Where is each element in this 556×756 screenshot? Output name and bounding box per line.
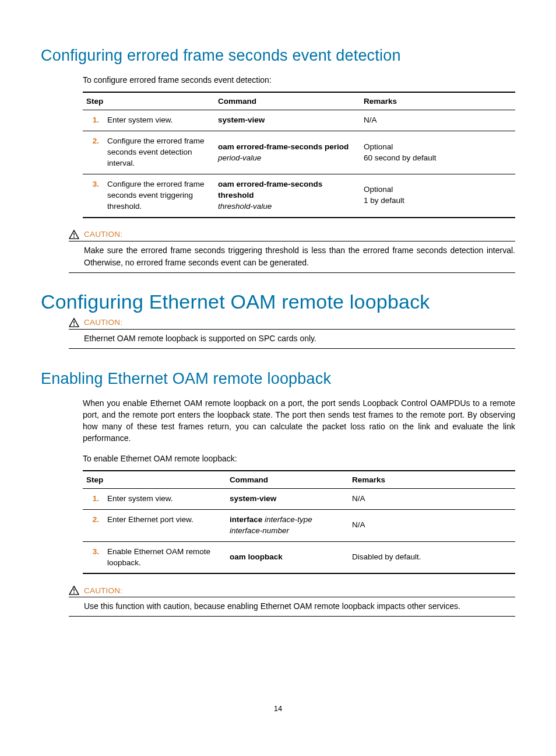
step-remarks: N/A xyxy=(349,489,515,510)
caution-text: Make sure the errored frame seconds trig… xyxy=(69,244,515,273)
table-row: 3. Enable Ethernet OAM remote loopback. … xyxy=(83,541,515,573)
warning-icon xyxy=(69,318,79,327)
warning-icon xyxy=(69,230,79,239)
step-remarks: N/A xyxy=(360,110,515,131)
step-command: oam errored-frame-seconds period period-… xyxy=(214,131,360,174)
step-desc: Configure the errored frame seconds even… xyxy=(104,174,214,217)
th-command: Command xyxy=(226,471,349,489)
table-header-row: Step Command Remarks xyxy=(83,471,515,489)
caution-text: Ethernet OAM remote loopback is supporte… xyxy=(69,332,515,349)
step-desc: Configure the errored frame seconds even… xyxy=(104,131,214,174)
heading-sec2: Configuring Ethernet OAM remote loopback xyxy=(41,290,515,313)
step-desc: Enter Ethernet port view. xyxy=(104,509,226,541)
step-desc: Enter system view. xyxy=(104,489,226,510)
table-sec1: Step Command Remarks 1. Enter system vie… xyxy=(83,92,515,218)
step-command: oam errored-frame-seconds threshold thre… xyxy=(214,174,360,217)
table-row: 2. Configure the errored frame seconds e… xyxy=(83,131,515,174)
table-header-row: Step Command Remarks xyxy=(83,92,515,110)
step-number: 2. xyxy=(83,509,104,541)
page-number: 14 xyxy=(41,704,515,713)
step-number: 1. xyxy=(83,489,104,510)
step-desc: Enable Ethernet OAM remote loopback. xyxy=(104,541,226,573)
caution-label: CAUTION: xyxy=(84,586,122,595)
th-remarks: Remarks xyxy=(360,92,515,110)
svg-point-3 xyxy=(73,324,75,326)
caution-label: CAUTION: xyxy=(84,230,122,239)
table-row: 1. Enter system view. system-view N/A xyxy=(83,110,515,131)
step-command: oam loopback xyxy=(226,541,349,573)
step-remarks: Disabled by default. xyxy=(349,541,515,573)
step-remarks: N/A xyxy=(349,509,515,541)
caution-box: CAUTION: Ethernet OAM remote loopback is… xyxy=(69,318,515,349)
table-row: 2. Enter Ethernet port view. interface i… xyxy=(83,509,515,541)
step-desc: Enter system view. xyxy=(104,110,214,131)
step-remarks: Optional 60 second by default xyxy=(360,131,515,174)
step-number: 3. xyxy=(83,174,104,217)
step-number: 2. xyxy=(83,131,104,174)
caution-box: CAUTION: Use this function with caution,… xyxy=(69,586,515,617)
step-command: interface interface-type interface-numbe… xyxy=(226,509,349,541)
th-command: Command xyxy=(214,92,360,110)
caution-box: CAUTION: Make sure the errored frame sec… xyxy=(69,230,515,273)
step-command: system-view xyxy=(226,489,349,510)
intro-sec3: To enable Ethernet OAM remote loopback: xyxy=(83,453,515,464)
caution-text: Use this function with caution, because … xyxy=(69,600,515,617)
para-sec3: When you enable Ethernet OAM remote loop… xyxy=(83,397,515,444)
heading-sec3: Enabling Ethernet OAM remote loopback xyxy=(41,370,515,388)
intro-sec1: To configure errored frame seconds event… xyxy=(83,74,515,86)
table-row: 1. Enter system view. system-view N/A xyxy=(83,489,515,510)
svg-point-5 xyxy=(73,593,75,594)
table-row: 3. Configure the errored frame seconds e… xyxy=(83,174,515,217)
th-step: Step xyxy=(83,92,214,110)
table-sec3: Step Command Remarks 1. Enter system vie… xyxy=(83,470,515,574)
th-step: Step xyxy=(83,471,226,489)
step-number: 3. xyxy=(83,541,104,573)
step-command: system-view xyxy=(214,110,360,131)
step-remarks: Optional 1 by default xyxy=(360,174,515,217)
warning-icon xyxy=(69,586,79,595)
step-number: 1. xyxy=(83,110,104,131)
caution-label: CAUTION: xyxy=(84,318,122,327)
heading-sec1: Configuring errored frame seconds event … xyxy=(41,47,515,65)
th-remarks: Remarks xyxy=(349,471,515,489)
svg-point-1 xyxy=(73,236,75,237)
